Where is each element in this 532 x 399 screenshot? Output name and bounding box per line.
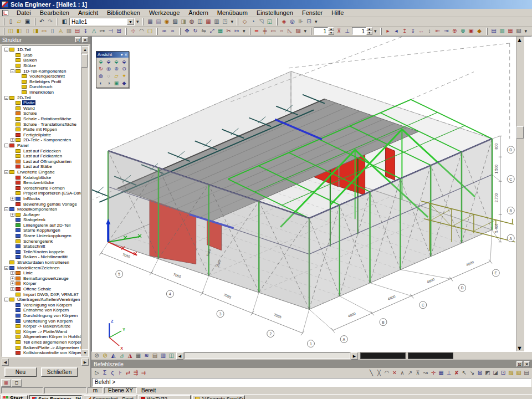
toolbar-more-icon[interactable]: ▾ [304,28,307,34]
toolbar-grip[interactable] [249,28,250,35]
document-icon[interactable]: ▤ [155,18,163,25]
tree-item[interactable]: Stütze [3,63,81,69]
open-folder-icon[interactable]: ▱ [15,18,23,25]
frame-icon[interactable]: ◨ [32,27,40,35]
polyline-icon[interactable]: ╪ [261,27,269,35]
tree-item-label[interactable]: Unterteilung von Körpern [22,319,74,324]
filter-icon[interactable]: ⊪ [296,18,305,25]
tree-item[interactable]: Eckpunkte generieren [3,355,81,356]
mirror-icon[interactable]: ⇋ [200,27,208,35]
taskbar-task-scia[interactable]: Scia Engineer - [Halle... [29,395,82,399]
expand-icon[interactable]: + [11,282,14,285]
collapse-icon[interactable]: – [4,144,8,147]
tree-item-label[interactable]: Schale - Rotationsfläche [22,116,73,121]
palette-dropdown-icon[interactable]: ▼ [120,53,124,57]
drawing-area[interactable]: 7055 7055 7055 7055 5 4 3 2 1 [91,36,532,352]
tree-item-label[interactable]: Eckpunkte generieren [22,356,68,356]
toolbar-grip[interactable] [142,18,144,25]
member-b8-icon[interactable]: ⇥ [442,27,451,35]
toolbar-more-icon[interactable]: ▾ [231,19,234,24]
tree-item[interactable]: –Erweiterte Eingabe [3,170,81,175]
model-canvas[interactable]: 7055 7055 7055 7055 5 4 3 2 1 [92,37,516,351]
tree-item-label[interactable]: Last auf Feldkanten [22,154,63,158]
tree-item[interactable]: Platte [3,100,81,106]
tree-item-label[interactable]: Körper [22,281,38,286]
cam1-icon[interactable]: ▦ [507,27,515,35]
snap-tangent-icon[interactable]: ↝ [422,369,429,377]
member-b9-icon[interactable]: ⊕ [451,27,459,35]
tree-item-label[interactable]: Vereinigung von Körpern [22,303,73,308]
tree-item[interactable]: Körper -> Platte/Wand [3,329,81,334]
member-b7-icon[interactable]: ⇤ [434,27,442,35]
tree-item[interactable]: Schale - Translationsfläche [3,121,81,127]
node-icon[interactable]: ◫ [7,27,15,35]
toolbar-grip[interactable] [34,18,35,25]
member-b12-icon[interactable]: ◆ [475,27,484,35]
view-settings-icon[interactable]: ◆ [120,80,128,87]
layer-up-icon[interactable]: ⊼ [335,27,343,35]
tree-item[interactable]: Projekt importieren (ESA-Datei) [3,191,81,196]
clip-2-icon[interactable]: ⊘ [101,352,109,360]
status-plane[interactable]: Ebene XY [104,387,137,393]
toolbar-grip[interactable] [3,28,4,35]
tree-item[interactable]: Last auf Öffnungskanten [3,158,81,164]
snap-d-icon[interactable]: ▨ [507,369,515,377]
spinner-up-icon[interactable]: ▲ [366,27,372,31]
view-params-icon[interactable]: ◐ [97,80,105,87]
spinner-down-icon[interactable]: ▼ [328,31,334,35]
tree-item-label[interactable]: Schale - Translationsfläche [22,122,78,127]
tree-vertical-scrollbar[interactable]: ▲ ▼ [81,46,88,356]
tree-item[interactable]: Durchbruch [3,84,81,90]
tree-item[interactable]: Teil eines allgemeinen Körpers zu B... [3,340,81,345]
toolbar-more-icon[interactable]: ▾ [136,19,139,24]
menu-aendern[interactable]: Ändern [185,9,212,17]
tree-item[interactable]: Teile/Knoten koppeln [3,249,81,255]
zoom-selection-icon[interactable]: ◌ [105,73,112,80]
swap-3-icon[interactable]: ⇉ [140,369,147,377]
zoom-window-icon[interactable]: ◎ [105,65,112,73]
collapse-icon[interactable]: – [4,96,8,100]
scroll-left-icon[interactable]: ◀ [2,359,9,366]
toolbar-grip[interactable] [276,18,278,25]
tree-item[interactable]: Stab [3,53,81,58]
view-axo-1-icon[interactable]: ⬙ [97,58,105,65]
tree-item-label[interactable]: Balken - Nichtlinearität [22,254,69,259]
table-icon[interactable]: ▦ [204,18,213,25]
zoom-all-icon[interactable]: ◍ [97,73,105,80]
paste-icon[interactable]: ◨ [180,18,188,25]
tree-item[interactable]: Last auf Feldecken [3,148,81,154]
stretch-icon[interactable]: ↦ [233,27,241,35]
tree-item-label[interactable]: Körper -> Platte/Wand [22,329,68,334]
cut-icon[interactable]: ▧ [171,18,180,25]
layer-spinner[interactable]: ▲▼ [352,27,372,35]
save-icon[interactable]: ▣ [23,18,32,25]
sum-part-icon[interactable]: ς [109,369,116,377]
menu-hilfe[interactable]: Hilfe [328,9,347,17]
tree-item-label[interactable]: Entnahme von Körpern [22,308,70,313]
expand-icon[interactable]: + [11,271,14,275]
layout-icon[interactable]: ◫ [196,18,204,25]
tree-item[interactable]: Balken [3,58,81,63]
search-icon[interactable]: ◎ [288,18,296,25]
start-button[interactable]: Start [1,395,28,399]
snap-mid-icon[interactable]: ↘ [468,369,476,377]
tree-item[interactable]: Bewehrung gemäß Vorlage [3,201,81,207]
collapse-icon[interactable]: – [4,298,8,301]
menu-fenster[interactable]: Fenster [298,9,326,17]
array-icon[interactable]: ▦ [216,27,224,35]
tree-item[interactable]: Stabgelenk [3,217,81,223]
tree-item-label[interactable]: Balken/Platte -> Allgemeiner Körpe... [22,345,81,350]
tree-item[interactable]: –1D-Teil [3,47,81,53]
collapse-icon[interactable]: – [11,69,14,73]
load-icon[interactable]: ↧ [81,27,90,35]
tree-item-label[interactable]: Offene Schale [22,287,53,291]
view-axo-3-icon[interactable]: ⬙ [112,58,120,65]
window-view-icon[interactable]: ◫ [167,352,176,360]
tree-item[interactable]: +Bemaßungswerkzeuge [3,276,81,282]
redo-icon[interactable]: ↷ [46,18,54,25]
snap-line-icon[interactable]: ╲ [367,369,375,377]
tree-item[interactable]: Kollisionskontrolle von Körpern [3,350,81,356]
palette-close-icon[interactable]: ✕ [124,53,127,57]
tree-item-label[interactable]: 2D-Teil [16,95,32,100]
tab-window-icon[interactable]: ◻ [12,379,22,387]
